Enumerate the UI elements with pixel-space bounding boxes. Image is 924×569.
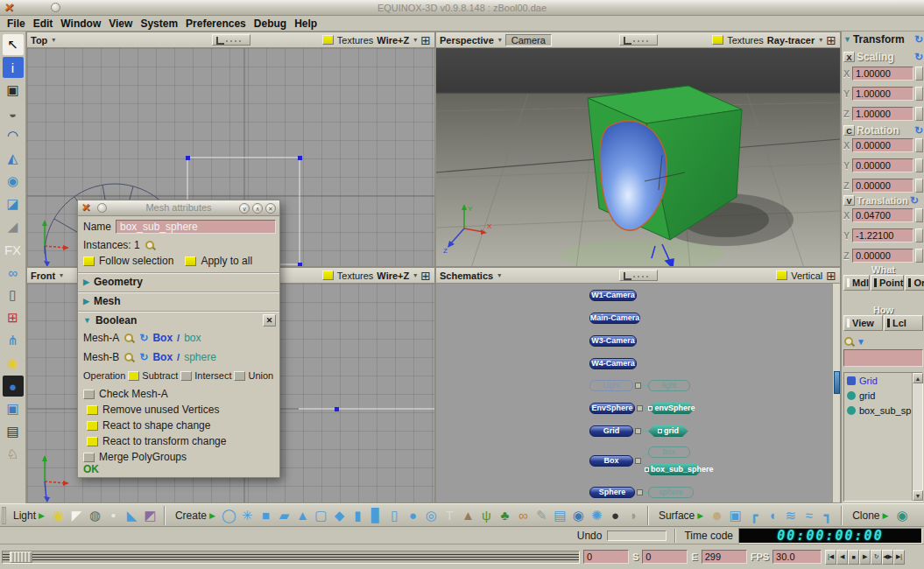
object-row-grid-mesh[interactable]: grid: [844, 388, 912, 403]
menu-system[interactable]: System: [140, 18, 178, 30]
mesh-b-object[interactable]: sphere: [184, 351, 216, 363]
rotate-y-field[interactable]: 0.00000: [852, 158, 913, 172]
menu-preferences[interactable]: Preferences: [186, 18, 246, 30]
node-connector[interactable]: [637, 405, 643, 411]
menu-file[interactable]: File: [7, 18, 25, 30]
what-orig-button[interactable]: Orig: [905, 275, 924, 291]
node-w4-camera[interactable]: W4-Camera: [589, 358, 637, 369]
geometry-section-header[interactable]: ▶ Geometry: [78, 276, 281, 288]
quad-view-icon[interactable]: ⊞: [826, 270, 836, 282]
sync-icon[interactable]: ↻: [914, 51, 923, 63]
end-frame-field[interactable]: 299: [702, 550, 747, 564]
boolean-remove-button[interactable]: ✕: [263, 314, 276, 327]
mesh-b-sync-icon[interactable]: ↻: [139, 351, 148, 363]
scale-y-field[interactable]: 1.00000: [852, 87, 913, 101]
elbow-pipe-icon[interactable]: ┓: [818, 506, 836, 525]
operation-intersect-checkbox[interactable]: [180, 371, 192, 381]
animation-tool[interactable]: ▤: [3, 421, 24, 442]
shapes-tool[interactable]: ◭: [3, 148, 24, 169]
head-icon[interactable]: ☻: [708, 506, 726, 525]
scale-y-stepper[interactable]: [915, 87, 923, 101]
scale-z-field[interactable]: 1.00000: [852, 107, 913, 121]
dialog-menu-button[interactable]: [97, 203, 107, 213]
textures-checkbox[interactable]: [712, 35, 723, 45]
expand-arrow-icon[interactable]: ▶: [209, 511, 215, 520]
check-mesh-a-checkbox[interactable]: [83, 390, 95, 399]
eyes-icon[interactable]: ∞: [514, 506, 533, 525]
light-tool[interactable]: ◉: [3, 353, 24, 374]
capsule-icon[interactable]: ▊: [367, 506, 385, 525]
mesh-name-input[interactable]: box_sub_sphere: [116, 220, 276, 234]
follow-selection-checkbox[interactable]: [83, 256, 95, 266]
rotate-z-stepper[interactable]: [915, 179, 923, 193]
carve-tool[interactable]: ◢: [3, 216, 24, 237]
merge-polygroups-checkbox[interactable]: [83, 453, 95, 462]
node-grid-object[interactable]: grid: [648, 425, 688, 437]
quad-view-icon[interactable]: ⊞: [420, 270, 431, 282]
render-mode-selector[interactable]: Wire+Z: [377, 270, 409, 281]
scale-z-stepper[interactable]: [915, 107, 923, 121]
viewport-schematics-canvas[interactable]: W1-Camera Main-Camera W3-Camera W4-Camer…: [436, 284, 840, 502]
tube-icon[interactable]: ▯: [385, 506, 404, 525]
hierarchy-tool[interactable]: ⋔: [3, 330, 24, 351]
node-w1-camera[interactable]: W1-Camera: [589, 290, 637, 301]
stop-button[interactable]: ■: [848, 550, 859, 565]
menu-help[interactable]: Help: [294, 18, 317, 30]
quad-view-icon[interactable]: ⊞: [420, 34, 431, 46]
ruler-button[interactable]: [619, 34, 658, 46]
play-button[interactable]: ▶: [859, 550, 871, 565]
node-light-source[interactable]: Light: [589, 380, 633, 391]
fx-tool[interactable]: FX: [3, 239, 24, 260]
particles-tool[interactable]: ∞: [3, 262, 24, 283]
menu-debug[interactable]: Debug: [254, 18, 286, 30]
go-end-button[interactable]: ▶|: [893, 550, 905, 565]
render-mode-selector[interactable]: Wire+Z: [377, 35, 409, 46]
dialog-title-bar[interactable]: ✕ Mesh attributes ∨ ∧ ✕: [78, 200, 279, 216]
mesh-a-search-icon[interactable]: [123, 333, 135, 344]
terrain-icon[interactable]: ▲: [459, 506, 477, 525]
nurbs-circle-icon[interactable]: ◯: [220, 506, 238, 525]
translation-shortcut-chip[interactable]: V: [843, 195, 855, 206]
sphere-icon[interactable]: ●: [404, 506, 422, 525]
scrollbar-thumb[interactable]: [834, 371, 840, 394]
object-search-input[interactable]: [843, 349, 923, 367]
solids-tool[interactable]: ◉: [3, 171, 24, 192]
node-w3-camera[interactable]: W3-Camera: [589, 335, 637, 347]
how-lcl-button[interactable]: Lcl: [884, 315, 923, 331]
translate-x-field[interactable]: 0.04700: [852, 208, 913, 222]
mesh-b-source[interactable]: Box: [152, 351, 173, 363]
boolean-tool[interactable]: ◪: [3, 193, 24, 214]
go-start-button[interactable]: |◀: [825, 550, 836, 565]
rotation-shortcut-chip[interactable]: C: [843, 125, 855, 136]
expand-arrow-icon[interactable]: ▶: [697, 511, 703, 520]
cone-icon[interactable]: ▲: [293, 506, 312, 525]
fps-field[interactable]: 30.0: [772, 550, 822, 564]
menu-window[interactable]: Window: [60, 18, 101, 30]
window-menu-button[interactable]: [51, 3, 60, 12]
translate-z-stepper[interactable]: [915, 249, 923, 263]
scroll-up-icon[interactable]: ▲: [913, 373, 923, 383]
node-box-object[interactable]: box: [648, 446, 690, 458]
viewport-top-name[interactable]: Top: [31, 35, 47, 46]
node-box-source[interactable]: Box: [589, 455, 633, 467]
text-icon[interactable]: T: [441, 506, 459, 525]
flash-light-icon[interactable]: ◤: [67, 506, 86, 525]
torus-icon[interactable]: ◎: [422, 506, 441, 525]
current-frame-field[interactable]: 0: [583, 550, 629, 564]
textures-checkbox[interactable]: [322, 270, 334, 280]
mesh-a-sync-icon[interactable]: ↻: [139, 332, 148, 344]
mesh-a-source[interactable]: Box: [152, 332, 173, 344]
node-envsphere-source[interactable]: EnvSphere: [589, 403, 635, 414]
ping-pong-button[interactable]: ◀▶: [882, 550, 893, 565]
step-back-button[interactable]: ◀: [836, 550, 848, 565]
sync-icon[interactable]: ↻: [910, 194, 919, 207]
cone-light-icon[interactable]: ◣: [123, 506, 141, 525]
ok-button[interactable]: OK: [83, 463, 99, 475]
timeline-slider-handle[interactable]: [10, 551, 32, 563]
node-box-sub-sphere-object[interactable]: box_sub_sphere: [645, 464, 702, 475]
how-view-button[interactable]: View: [843, 315, 883, 331]
mesh-a-object[interactable]: box: [184, 332, 201, 344]
dialog-rolldown-button[interactable]: ∨: [239, 203, 250, 214]
bulb-light-icon[interactable]: ◉: [49, 506, 67, 525]
material-tool[interactable]: ◒: [3, 102, 24, 123]
